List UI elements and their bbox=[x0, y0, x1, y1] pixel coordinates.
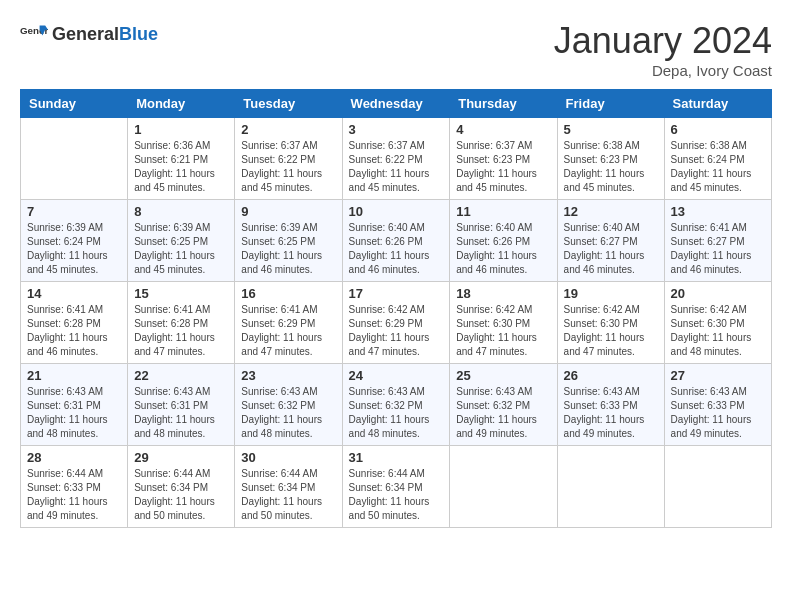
day-cell: 16Sunrise: 6:41 AMSunset: 6:29 PMDayligh… bbox=[235, 282, 342, 364]
day-info: Sunrise: 6:41 AMSunset: 6:28 PMDaylight:… bbox=[134, 303, 228, 359]
col-header-sunday: Sunday bbox=[21, 90, 128, 118]
calendar-table: SundayMondayTuesdayWednesdayThursdayFrid… bbox=[20, 89, 772, 528]
day-info: Sunrise: 6:39 AMSunset: 6:25 PMDaylight:… bbox=[241, 221, 335, 277]
day-info: Sunrise: 6:44 AMSunset: 6:34 PMDaylight:… bbox=[134, 467, 228, 523]
day-cell: 3Sunrise: 6:37 AMSunset: 6:22 PMDaylight… bbox=[342, 118, 450, 200]
col-header-wednesday: Wednesday bbox=[342, 90, 450, 118]
day-cell: 11Sunrise: 6:40 AMSunset: 6:26 PMDayligh… bbox=[450, 200, 557, 282]
day-number: 13 bbox=[671, 204, 765, 219]
day-cell: 5Sunrise: 6:38 AMSunset: 6:23 PMDaylight… bbox=[557, 118, 664, 200]
title-block: January 2024 Depa, Ivory Coast bbox=[554, 20, 772, 79]
day-cell: 24Sunrise: 6:43 AMSunset: 6:32 PMDayligh… bbox=[342, 364, 450, 446]
day-cell bbox=[450, 446, 557, 528]
day-cell: 19Sunrise: 6:42 AMSunset: 6:30 PMDayligh… bbox=[557, 282, 664, 364]
col-header-friday: Friday bbox=[557, 90, 664, 118]
day-info: Sunrise: 6:42 AMSunset: 6:29 PMDaylight:… bbox=[349, 303, 444, 359]
day-info: Sunrise: 6:40 AMSunset: 6:26 PMDaylight:… bbox=[349, 221, 444, 277]
day-cell: 7Sunrise: 6:39 AMSunset: 6:24 PMDaylight… bbox=[21, 200, 128, 282]
logo-blue-text: Blue bbox=[119, 24, 158, 44]
day-info: Sunrise: 6:44 AMSunset: 6:34 PMDaylight:… bbox=[349, 467, 444, 523]
day-number: 6 bbox=[671, 122, 765, 137]
day-info: Sunrise: 6:40 AMSunset: 6:27 PMDaylight:… bbox=[564, 221, 658, 277]
logo-general-text: General bbox=[52, 24, 119, 44]
week-row-4: 21Sunrise: 6:43 AMSunset: 6:31 PMDayligh… bbox=[21, 364, 772, 446]
day-number: 18 bbox=[456, 286, 550, 301]
day-cell: 17Sunrise: 6:42 AMSunset: 6:29 PMDayligh… bbox=[342, 282, 450, 364]
day-cell: 2Sunrise: 6:37 AMSunset: 6:22 PMDaylight… bbox=[235, 118, 342, 200]
day-number: 27 bbox=[671, 368, 765, 383]
week-row-1: 1Sunrise: 6:36 AMSunset: 6:21 PMDaylight… bbox=[21, 118, 772, 200]
day-cell: 1Sunrise: 6:36 AMSunset: 6:21 PMDaylight… bbox=[128, 118, 235, 200]
day-info: Sunrise: 6:41 AMSunset: 6:29 PMDaylight:… bbox=[241, 303, 335, 359]
day-number: 12 bbox=[564, 204, 658, 219]
day-number: 2 bbox=[241, 122, 335, 137]
day-cell: 26Sunrise: 6:43 AMSunset: 6:33 PMDayligh… bbox=[557, 364, 664, 446]
col-header-tuesday: Tuesday bbox=[235, 90, 342, 118]
day-number: 11 bbox=[456, 204, 550, 219]
day-number: 4 bbox=[456, 122, 550, 137]
day-info: Sunrise: 6:38 AMSunset: 6:24 PMDaylight:… bbox=[671, 139, 765, 195]
day-info: Sunrise: 6:43 AMSunset: 6:32 PMDaylight:… bbox=[241, 385, 335, 441]
day-number: 9 bbox=[241, 204, 335, 219]
week-row-3: 14Sunrise: 6:41 AMSunset: 6:28 PMDayligh… bbox=[21, 282, 772, 364]
day-number: 23 bbox=[241, 368, 335, 383]
day-cell: 18Sunrise: 6:42 AMSunset: 6:30 PMDayligh… bbox=[450, 282, 557, 364]
day-number: 20 bbox=[671, 286, 765, 301]
day-cell: 20Sunrise: 6:42 AMSunset: 6:30 PMDayligh… bbox=[664, 282, 771, 364]
day-cell: 25Sunrise: 6:43 AMSunset: 6:32 PMDayligh… bbox=[450, 364, 557, 446]
day-number: 16 bbox=[241, 286, 335, 301]
day-cell: 4Sunrise: 6:37 AMSunset: 6:23 PMDaylight… bbox=[450, 118, 557, 200]
day-info: Sunrise: 6:37 AMSunset: 6:23 PMDaylight:… bbox=[456, 139, 550, 195]
day-info: Sunrise: 6:38 AMSunset: 6:23 PMDaylight:… bbox=[564, 139, 658, 195]
calendar-header-row: SundayMondayTuesdayWednesdayThursdayFrid… bbox=[21, 90, 772, 118]
day-number: 21 bbox=[27, 368, 121, 383]
day-info: Sunrise: 6:43 AMSunset: 6:32 PMDaylight:… bbox=[349, 385, 444, 441]
day-cell: 8Sunrise: 6:39 AMSunset: 6:25 PMDaylight… bbox=[128, 200, 235, 282]
day-cell: 14Sunrise: 6:41 AMSunset: 6:28 PMDayligh… bbox=[21, 282, 128, 364]
day-number: 15 bbox=[134, 286, 228, 301]
day-info: Sunrise: 6:43 AMSunset: 6:33 PMDaylight:… bbox=[671, 385, 765, 441]
day-number: 28 bbox=[27, 450, 121, 465]
day-cell: 10Sunrise: 6:40 AMSunset: 6:26 PMDayligh… bbox=[342, 200, 450, 282]
day-info: Sunrise: 6:43 AMSunset: 6:31 PMDaylight:… bbox=[27, 385, 121, 441]
day-number: 17 bbox=[349, 286, 444, 301]
day-cell: 30Sunrise: 6:44 AMSunset: 6:34 PMDayligh… bbox=[235, 446, 342, 528]
day-cell: 23Sunrise: 6:43 AMSunset: 6:32 PMDayligh… bbox=[235, 364, 342, 446]
day-info: Sunrise: 6:42 AMSunset: 6:30 PMDaylight:… bbox=[671, 303, 765, 359]
day-number: 8 bbox=[134, 204, 228, 219]
day-info: Sunrise: 6:43 AMSunset: 6:32 PMDaylight:… bbox=[456, 385, 550, 441]
col-header-monday: Monday bbox=[128, 90, 235, 118]
col-header-saturday: Saturday bbox=[664, 90, 771, 118]
week-row-2: 7Sunrise: 6:39 AMSunset: 6:24 PMDaylight… bbox=[21, 200, 772, 282]
day-number: 19 bbox=[564, 286, 658, 301]
day-cell: 9Sunrise: 6:39 AMSunset: 6:25 PMDaylight… bbox=[235, 200, 342, 282]
day-info: Sunrise: 6:39 AMSunset: 6:25 PMDaylight:… bbox=[134, 221, 228, 277]
day-number: 30 bbox=[241, 450, 335, 465]
day-number: 3 bbox=[349, 122, 444, 137]
page-header: General GeneralBlue January 2024 Depa, I… bbox=[20, 20, 772, 79]
week-row-5: 28Sunrise: 6:44 AMSunset: 6:33 PMDayligh… bbox=[21, 446, 772, 528]
logo: General GeneralBlue bbox=[20, 20, 158, 48]
day-number: 24 bbox=[349, 368, 444, 383]
day-number: 26 bbox=[564, 368, 658, 383]
day-number: 14 bbox=[27, 286, 121, 301]
day-info: Sunrise: 6:42 AMSunset: 6:30 PMDaylight:… bbox=[564, 303, 658, 359]
day-cell: 12Sunrise: 6:40 AMSunset: 6:27 PMDayligh… bbox=[557, 200, 664, 282]
day-cell: 13Sunrise: 6:41 AMSunset: 6:27 PMDayligh… bbox=[664, 200, 771, 282]
day-number: 22 bbox=[134, 368, 228, 383]
day-number: 1 bbox=[134, 122, 228, 137]
day-number: 31 bbox=[349, 450, 444, 465]
day-number: 7 bbox=[27, 204, 121, 219]
logo-icon: General bbox=[20, 20, 48, 48]
day-cell: 6Sunrise: 6:38 AMSunset: 6:24 PMDaylight… bbox=[664, 118, 771, 200]
day-info: Sunrise: 6:41 AMSunset: 6:28 PMDaylight:… bbox=[27, 303, 121, 359]
day-number: 5 bbox=[564, 122, 658, 137]
day-info: Sunrise: 6:36 AMSunset: 6:21 PMDaylight:… bbox=[134, 139, 228, 195]
day-number: 10 bbox=[349, 204, 444, 219]
col-header-thursday: Thursday bbox=[450, 90, 557, 118]
day-cell: 22Sunrise: 6:43 AMSunset: 6:31 PMDayligh… bbox=[128, 364, 235, 446]
day-info: Sunrise: 6:37 AMSunset: 6:22 PMDaylight:… bbox=[241, 139, 335, 195]
day-info: Sunrise: 6:43 AMSunset: 6:33 PMDaylight:… bbox=[564, 385, 658, 441]
day-cell: 21Sunrise: 6:43 AMSunset: 6:31 PMDayligh… bbox=[21, 364, 128, 446]
day-info: Sunrise: 6:39 AMSunset: 6:24 PMDaylight:… bbox=[27, 221, 121, 277]
